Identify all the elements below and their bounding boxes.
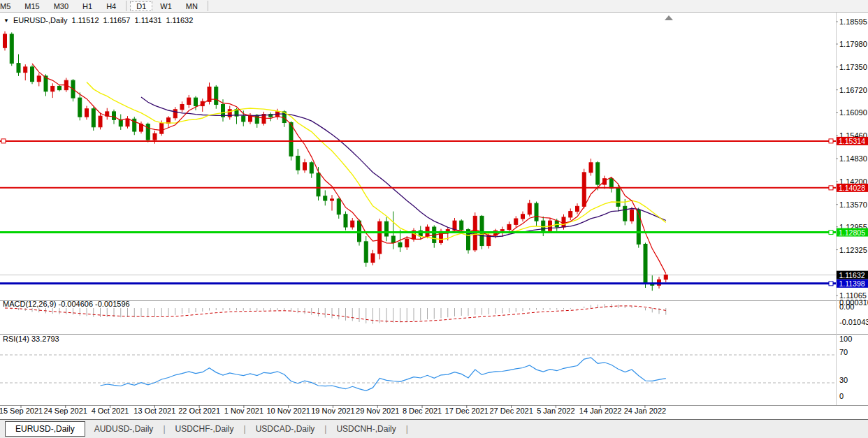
timeframe-button-d1[interactable]: D1 bbox=[130, 1, 152, 11]
chart-canvas[interactable]: 1.185951.179801.173501.167201.160901.154… bbox=[0, 0, 868, 438]
candle-body bbox=[3, 34, 7, 48]
candle-body bbox=[364, 242, 368, 263]
tab-usdcad[interactable]: USDCAD-,Daily bbox=[247, 422, 324, 436]
candle-body bbox=[664, 275, 667, 279]
candle-body bbox=[460, 221, 463, 230]
candle-body bbox=[569, 212, 572, 217]
candle-body bbox=[453, 221, 456, 230]
candle-body bbox=[160, 124, 164, 134]
macd-signal-line bbox=[5, 306, 666, 322]
date-tick: 5 Jan 2022 bbox=[537, 407, 574, 415]
timeframe-button-m15[interactable]: M15 bbox=[18, 1, 45, 11]
tab-separator: | bbox=[405, 424, 409, 434]
candle-body bbox=[555, 221, 558, 227]
price-badge: 1.11632 bbox=[839, 271, 865, 279]
candle-body bbox=[528, 203, 531, 214]
hline-handle[interactable] bbox=[829, 231, 833, 235]
date-tick: 19 Nov 2021 bbox=[311, 407, 354, 415]
candle-body bbox=[609, 179, 613, 189]
date-tick: 29 Nov 2021 bbox=[356, 407, 399, 415]
chart-title: ▼EURUSD-,Daily1.115121.116571.114311.116… bbox=[3, 16, 193, 24]
candle-body bbox=[487, 235, 491, 246]
date-tick: 10 Nov 2021 bbox=[266, 407, 310, 415]
trading-platform-window: { "toolbar": { "timeframes": [ {"label":… bbox=[0, 0, 868, 438]
price-tick: 1.13570 bbox=[839, 200, 867, 209]
ohlc-open: 1.11512 bbox=[72, 16, 99, 24]
date-tick: 17 Dec 2021 bbox=[445, 407, 489, 415]
candle-body bbox=[385, 221, 389, 236]
price-badge: 1.11398 bbox=[839, 279, 865, 288]
candle-body bbox=[113, 112, 116, 119]
candle-body bbox=[589, 163, 593, 173]
date-tick: 4 Oct 2021 bbox=[92, 407, 129, 415]
timeframe-button-m30[interactable]: M30 bbox=[48, 1, 75, 11]
candle-body bbox=[242, 116, 245, 122]
candle-body bbox=[500, 230, 504, 231]
candle-body bbox=[187, 98, 191, 104]
candle-body bbox=[637, 210, 640, 244]
hline-handle[interactable] bbox=[829, 139, 833, 143]
macd-name: MACD(12,26,9) bbox=[3, 300, 56, 308]
pane-separators bbox=[0, 13, 868, 406]
moving-averages-layer bbox=[32, 64, 666, 273]
tab-eurusd[interactable]: EURUSD-,Daily bbox=[5, 421, 85, 437]
candle-body bbox=[391, 236, 395, 242]
price-tick: 1.14830 bbox=[839, 154, 867, 163]
candle-body bbox=[51, 86, 55, 91]
date-tick: 24 Sep 2021 bbox=[44, 407, 87, 415]
hline-handle[interactable] bbox=[829, 282, 833, 286]
candle-body bbox=[289, 123, 293, 156]
symbol-dropdown-icon[interactable]: ▼ bbox=[3, 17, 9, 24]
hline-handle[interactable] bbox=[829, 186, 833, 190]
candle-body bbox=[331, 199, 334, 200]
symbol-tab-bar: EURUSD-,DailyAUDUSD-,Daily|USDCHF-,Daily… bbox=[0, 419, 868, 438]
hline-handle[interactable] bbox=[1, 139, 6, 143]
rsi-indicator-label: RSI(14) 33.2793 bbox=[3, 335, 59, 343]
candle-body bbox=[222, 104, 225, 117]
candle-body bbox=[194, 98, 198, 105]
ohlc-low: 1.11431 bbox=[134, 16, 161, 24]
hlines-layer bbox=[0, 139, 836, 286]
timeframe-button-h1[interactable]: H1 bbox=[76, 1, 99, 11]
candle-body bbox=[398, 242, 402, 247]
price-tick: 1.17350 bbox=[839, 63, 867, 71]
candle-body bbox=[596, 163, 600, 184]
candle-body bbox=[480, 216, 484, 245]
tab-usdcnh[interactable]: USDCNH-,Daily bbox=[327, 422, 405, 436]
timeframe-button-w1[interactable]: W1 bbox=[154, 1, 178, 11]
timeframe-button-m5[interactable]: M5 bbox=[0, 1, 17, 11]
tab-audusd[interactable]: AUDUSD-,Daily bbox=[85, 422, 163, 436]
date-tick: 22 Oct 2021 bbox=[178, 407, 220, 415]
candle-body bbox=[99, 116, 102, 127]
timeframe-button-h4[interactable]: H4 bbox=[100, 1, 122, 11]
price-axis-labels: 1.185951.179801.173501.167201.160901.154… bbox=[836, 17, 867, 300]
candle-body bbox=[10, 34, 13, 64]
candle-body bbox=[119, 119, 122, 126]
candle-body bbox=[146, 124, 150, 140]
candle-body bbox=[358, 221, 361, 242]
ohlc-close: 1.11632 bbox=[166, 16, 193, 24]
macd-axis-tick: -0.010431 bbox=[839, 318, 868, 326]
macd-indicator-label: MACD(12,26,9) -0.004606 -0.001596 bbox=[3, 300, 130, 308]
candle-body bbox=[262, 115, 266, 124]
rsi-layer: 10070300 bbox=[0, 335, 852, 400]
rsi-name: RSI(14) bbox=[3, 335, 29, 343]
candle-body bbox=[535, 203, 538, 221]
date-tick: 27 Dec 2021 bbox=[489, 407, 533, 415]
tab-usdchf[interactable]: USDCHF-,Daily bbox=[166, 422, 243, 436]
date-tick: 15 Sep 2021 bbox=[0, 407, 43, 415]
ma-slow-line bbox=[141, 97, 666, 237]
candle-body bbox=[562, 217, 565, 227]
rsi-line bbox=[101, 358, 666, 390]
candle-body bbox=[310, 163, 313, 173]
candle-body bbox=[616, 188, 620, 206]
price-tick: 1.16720 bbox=[839, 86, 867, 94]
candle-body bbox=[317, 173, 320, 196]
price-tick: 1.16090 bbox=[839, 108, 867, 117]
timeframe-button-mn[interactable]: MN bbox=[180, 1, 204, 11]
macd-layer: 0.00031650.00-0.010431 bbox=[5, 298, 868, 326]
chart-shift-marker[interactable] bbox=[665, 15, 673, 20]
candle-body bbox=[180, 104, 184, 109]
candle-body bbox=[576, 206, 579, 211]
candle-body bbox=[173, 110, 177, 118]
